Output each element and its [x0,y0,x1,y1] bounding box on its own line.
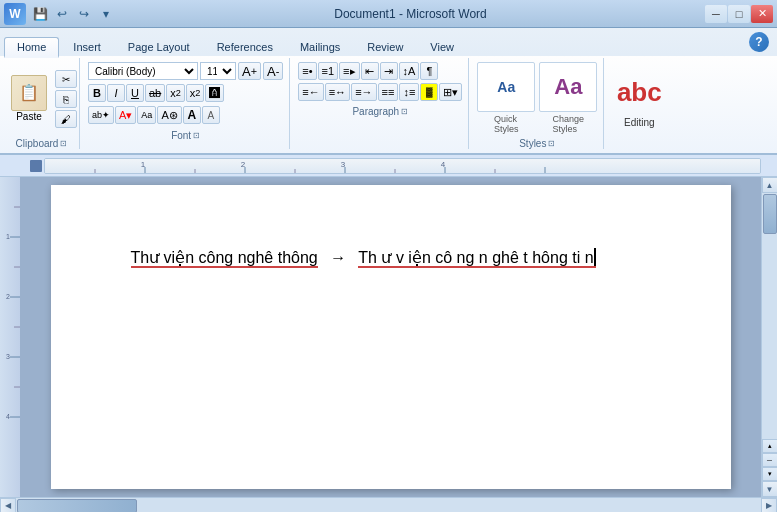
h-scroll-track[interactable] [16,498,761,513]
scroll-right-button[interactable]: ▶ [761,498,777,513]
paragraph-label: Paragraph ⊡ [294,104,466,117]
scroll-expand-down[interactable]: ▾ [762,467,778,481]
paragraph-expand-icon[interactable]: ⊡ [401,107,408,116]
change-styles-button[interactable]: Aa ChangeStyles [539,62,597,134]
scroll-down-button[interactable]: ▼ [762,481,778,497]
document-scroll-area[interactable]: Thư viện công nghê thông → Th ư v iện cô… [20,177,761,497]
svg-text:1: 1 [6,233,10,240]
multilevel-list-button[interactable]: ≡▸ [339,62,359,80]
h-scroll-thumb[interactable] [17,499,137,513]
underline-button[interactable]: U [126,84,144,102]
align-left-button[interactable]: ≡← [298,83,323,101]
bold-button[interactable]: B [88,84,106,102]
shading-button[interactable]: ▓ [420,83,438,101]
maximize-button[interactable]: □ [728,5,750,23]
svg-text:3: 3 [341,160,346,169]
document-page[interactable]: Thư viện công nghê thông → Th ư v iện cô… [51,185,731,489]
quick-styles-label: QuickStyles [494,114,519,134]
align-center-button[interactable]: ≡↔ [325,83,350,101]
tab-view[interactable]: View [417,37,467,56]
styles-expand-icon[interactable]: ⊡ [548,139,555,148]
clear-format-button[interactable]: 🅰 [205,84,224,102]
text-highlight-button[interactable]: ab✦ [88,106,114,124]
font-selector-row: Calibri (Body) 11 A+ A- [88,62,283,80]
shrink-font-button[interactable]: A- [263,62,283,80]
svg-text:3: 3 [6,353,10,360]
grow-font-button[interactable]: A+ [238,62,261,80]
editing-group: abc Editing [606,58,672,149]
subscript-button[interactable]: x2 [166,84,185,102]
help-button[interactable]: ? [749,32,769,52]
show-formatting-button[interactable]: ¶ [420,62,438,80]
paste-icon: 📋 [11,75,47,111]
editing-icon: abc [617,77,662,108]
horizontal-scrollbar[interactable]: ◀ ▶ [0,497,777,512]
qa-dropdown-btn[interactable]: ▾ [96,5,116,23]
minimize-button[interactable]: ─ [705,5,727,23]
change-styles-preview: Aa [539,62,597,112]
tab-mailings[interactable]: Mailings [287,37,353,56]
line-spacing-button[interactable]: ↕≡ [399,83,419,101]
tab-review[interactable]: Review [354,37,416,56]
sort-button[interactable]: ↕A [399,62,420,80]
cut-button[interactable]: ✂ [55,70,77,88]
document-container: 1 2 3 4 Thư viện công nghê thông → Th ư … [0,177,777,497]
font-color-row: ab✦ A▾ Aa A⊛ A A [88,106,283,124]
align-right-button[interactable]: ≡→ [351,83,376,101]
format-painter-button[interactable]: 🖌 [55,110,77,128]
italic-button[interactable]: I [107,84,125,102]
tab-insert[interactable]: Insert [60,37,114,56]
change-case-button[interactable]: Aa [137,106,156,124]
borders-button[interactable]: ⊞▾ [439,83,462,101]
scroll-expand-up[interactable]: ▴ [762,439,778,453]
font-label: Font ⊡ [84,128,287,141]
horizontal-ruler: 1 2 3 4 [44,158,761,174]
editing-icon-area: abc [614,69,664,117]
ribbon: Home Insert Page Layout References Maili… [0,28,777,155]
font-name-select[interactable]: Calibri (Body) [88,62,198,80]
align-row: ≡← ≡↔ ≡→ ≡≡ ↕≡ ▓ ⊞▾ [298,83,462,101]
clipboard-expand-icon[interactable]: ⊡ [60,139,67,148]
redo-quick-btn[interactable]: ↪ [74,5,94,23]
decrease-indent-button[interactable]: ⇤ [361,62,379,80]
scroll-track[interactable] [762,193,778,439]
arrow-symbol: → [330,249,346,266]
tab-references[interactable]: References [204,37,286,56]
font-expand-icon[interactable]: ⊡ [193,131,200,140]
quick-styles-preview: Aa [477,62,535,112]
svg-text:4: 4 [441,160,446,169]
font-size-display[interactable]: A [183,106,201,124]
save-quick-btn[interactable]: 💾 [30,5,50,23]
numbering-button[interactable]: ≡1 [318,62,339,80]
font-group: Calibri (Body) 11 A+ A- B I U ab x2 x2 🅰 [82,58,290,149]
strikethrough-button[interactable]: ab [145,84,165,102]
title-bar: W 💾 ↩ ↪ ▾ Document1 - Microsoft Word ─ □… [0,0,777,28]
undo-quick-btn[interactable]: ↩ [52,5,72,23]
close-button[interactable]: ✕ [751,5,773,23]
superscript-button[interactable]: x2 [186,84,205,102]
scroll-left-button[interactable]: ◀ [0,498,16,513]
bullets-button[interactable]: ≡• [298,62,316,80]
converted-text: Th ư v iện cô ng n ghê t hông ti n [358,249,595,268]
font-size-small[interactable]: A [202,106,220,124]
justify-button[interactable]: ≡≡ [378,83,399,101]
document-text-line: Thư viện công nghê thông → Th ư v iện cô… [131,245,651,271]
paste-label: Paste [16,111,42,122]
scroll-split-button[interactable]: ─ [762,453,778,467]
increase-indent-button[interactable]: ⇥ [380,62,398,80]
editing-label [608,136,670,149]
ribbon-tabs: Home Insert Page Layout References Maili… [0,28,777,56]
text-effects-button[interactable]: A⊛ [157,106,181,124]
tab-page-layout[interactable]: Page Layout [115,37,203,56]
font-color-button[interactable]: A▾ [115,106,136,124]
tab-home[interactable]: Home [4,37,59,58]
vertical-scrollbar[interactable]: ▲ ▴ ─ ▾ ▼ [761,177,777,497]
quick-styles-button[interactable]: Aa QuickStyles [477,62,535,134]
paste-button[interactable]: 📋 Paste [6,72,52,125]
scroll-thumb[interactable] [763,194,777,234]
list-row: ≡• ≡1 ≡▸ ⇤ ⇥ ↕A ¶ [298,62,462,80]
font-size-select[interactable]: 11 [200,62,236,80]
scroll-up-button[interactable]: ▲ [762,177,778,193]
copy-button[interactable]: ⎘ [55,90,77,108]
font-format-row: B I U ab x2 x2 🅰 [88,84,283,102]
